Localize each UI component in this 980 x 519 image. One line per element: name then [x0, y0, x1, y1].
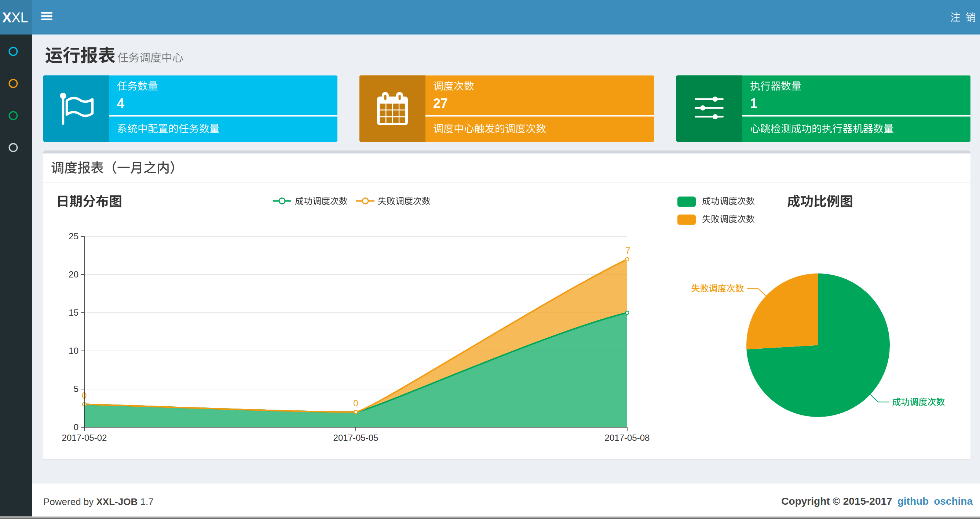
svg-text:7: 7 — [625, 246, 630, 256]
svg-text:Copyright © 2015-2017 github o: Copyright © 2015-2017 github oschina — [781, 495, 973, 507]
svg-text:0: 0 — [353, 398, 358, 408]
svg-text:4: 4 — [117, 96, 124, 111]
svg-text:20: 20 — [68, 270, 78, 279]
svg-text:2017-05-02: 2017-05-02 — [62, 433, 107, 443]
svg-text:27: 27 — [433, 96, 448, 111]
svg-text:5: 5 — [74, 384, 78, 394]
svg-text:1: 1 — [750, 96, 757, 111]
svg-text:2017-05-05: 2017-05-05 — [333, 433, 379, 443]
svg-text:10: 10 — [68, 346, 78, 356]
svg-text:15: 15 — [68, 308, 78, 318]
svg-text:0: 0 — [74, 422, 78, 432]
svg-text:Powered by XXL-JOB 1.7: Powered by XXL-JOB 1.7 — [43, 496, 154, 507]
svg-text:2017-05-08: 2017-05-08 — [605, 433, 650, 443]
svg-text:XXL: XXL — [2, 10, 28, 26]
svg-text:25: 25 — [68, 231, 78, 241]
